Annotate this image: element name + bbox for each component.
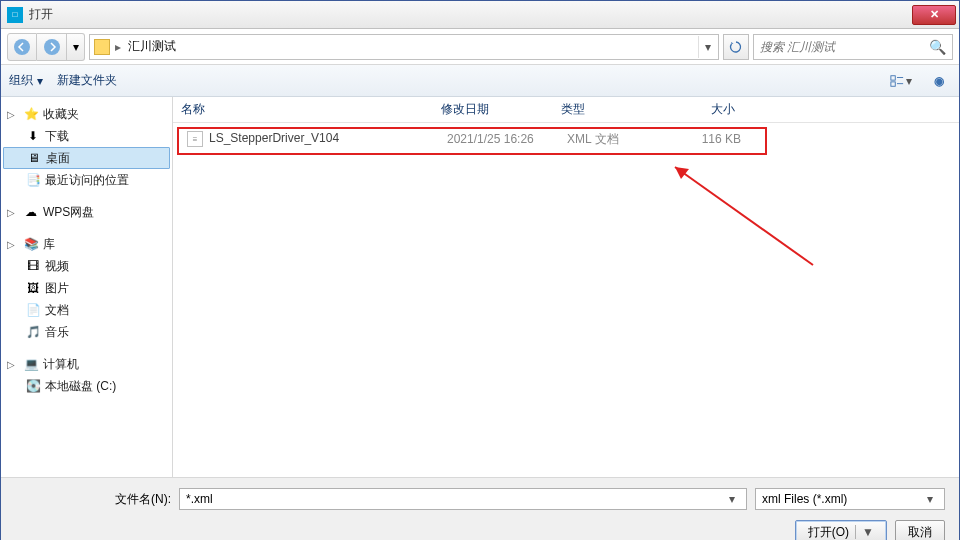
arrow-right-icon: [44, 39, 60, 55]
svg-marker-5: [675, 167, 689, 179]
nav-history: ▾: [7, 33, 85, 61]
organize-menu[interactable]: 组织▾: [9, 72, 43, 89]
sidebar-favorites[interactable]: ▷⭐收藏夹: [3, 103, 170, 125]
cloud-icon: ☁: [23, 204, 39, 220]
search-input[interactable]: [760, 40, 929, 54]
help-button[interactable]: ◉: [927, 70, 951, 92]
refresh-button[interactable]: [723, 34, 749, 60]
filetype-filter[interactable]: xml Files (*.xml) ▾: [755, 488, 945, 510]
expand-icon: ▷: [7, 109, 19, 120]
filename-combo[interactable]: ▾: [179, 488, 747, 510]
svg-rect-1: [891, 81, 895, 85]
search-box[interactable]: 🔍: [753, 34, 953, 60]
search-icon: 🔍: [929, 39, 946, 55]
expand-icon: ▷: [7, 359, 19, 370]
arrow-left-icon: [14, 39, 30, 55]
chevron-down-icon[interactable]: ▾: [724, 492, 740, 506]
view-options-button[interactable]: ▾: [889, 70, 913, 92]
star-icon: ⭐: [23, 106, 39, 122]
filename-input[interactable]: [186, 492, 724, 506]
recent-icon: 📑: [25, 172, 41, 188]
sidebar-item-desktop[interactable]: 🖥桌面: [3, 147, 170, 169]
body: ▷⭐收藏夹 ⬇下载 🖥桌面 📑最近访问的位置 ▷☁WPS网盘 ▷📚库 🎞视频 🖼…: [1, 97, 959, 477]
col-name[interactable]: 名称: [173, 101, 433, 118]
document-icon: 📄: [25, 302, 41, 318]
chevron-down-icon: ▾: [37, 74, 43, 88]
open-button[interactable]: 打开(O)▼: [795, 520, 887, 540]
back-button[interactable]: [7, 33, 37, 61]
close-icon: ✕: [930, 8, 939, 21]
file-list: 名称 修改日期 类型 大小 ≡LS_StepperDriver_V104 202…: [173, 97, 959, 477]
sidebar-item-music[interactable]: 🎵音乐: [3, 321, 170, 343]
window-title: 打开: [29, 6, 912, 23]
disk-icon: 💽: [25, 378, 41, 394]
sidebar-computer[interactable]: ▷💻计算机: [3, 353, 170, 375]
sidebar-libraries[interactable]: ▷📚库: [3, 233, 170, 255]
toolbar: 组织▾ 新建文件夹 ▾ ◉: [1, 65, 959, 97]
sidebar-item-pictures[interactable]: 🖼图片: [3, 277, 170, 299]
folder-icon: [94, 39, 110, 55]
app-icon: □: [7, 7, 23, 23]
svg-rect-0: [891, 75, 895, 79]
chevron-right-icon: ▸: [112, 40, 124, 54]
computer-icon: 💻: [23, 356, 39, 372]
sidebar-wps[interactable]: ▷☁WPS网盘: [3, 201, 170, 223]
view-icon: [890, 74, 904, 88]
sidebar: ▷⭐收藏夹 ⬇下载 🖥桌面 📑最近访问的位置 ▷☁WPS网盘 ▷📚库 🎞视频 🖼…: [1, 97, 173, 477]
col-date[interactable]: 修改日期: [433, 101, 553, 118]
breadcrumb-folder[interactable]: 汇川测试: [124, 38, 180, 55]
column-headers: 名称 修改日期 类型 大小: [173, 97, 959, 123]
sidebar-item-documents[interactable]: 📄文档: [3, 299, 170, 321]
download-icon: ⬇: [25, 128, 41, 144]
picture-icon: 🖼: [25, 280, 41, 296]
breadcrumb-dropdown[interactable]: ▾: [698, 36, 716, 58]
filename-label: 文件名(N):: [101, 491, 171, 508]
col-type[interactable]: 类型: [553, 101, 663, 118]
new-folder-button[interactable]: 新建文件夹: [57, 72, 117, 89]
nav-bar: ▾ ▸ 汇川测试 ▾ 🔍: [1, 29, 959, 65]
annotation-arrow: [663, 155, 823, 275]
svg-line-4: [675, 167, 813, 265]
music-icon: 🎵: [25, 324, 41, 340]
cancel-button[interactable]: 取消: [895, 520, 945, 540]
open-file-dialog: □ 打开 ✕ ▾ ▸ 汇川测试 ▾ 🔍 组织▾ 新: [0, 0, 960, 540]
sidebar-item-downloads[interactable]: ⬇下载: [3, 125, 170, 147]
video-icon: 🎞: [25, 258, 41, 274]
library-icon: 📚: [23, 236, 39, 252]
help-icon: ◉: [934, 74, 944, 88]
sidebar-item-drive-c[interactable]: 💽本地磁盘 (C:): [3, 375, 170, 397]
chevron-down-icon[interactable]: ▾: [922, 492, 938, 506]
sidebar-item-video[interactable]: 🎞视频: [3, 255, 170, 277]
filter-text: xml Files (*.xml): [762, 492, 922, 506]
history-dropdown[interactable]: ▾: [67, 33, 85, 61]
expand-icon: ▷: [7, 207, 19, 218]
annotation-highlight-box: [177, 127, 767, 155]
refresh-icon: [729, 40, 743, 54]
titlebar: □ 打开 ✕: [1, 1, 959, 29]
chevron-down-icon: ▾: [906, 74, 912, 88]
close-button[interactable]: ✕: [912, 5, 956, 25]
desktop-icon: 🖥: [26, 150, 42, 166]
forward-button[interactable]: [37, 33, 67, 61]
expand-icon: ▷: [7, 239, 19, 250]
open-dropdown[interactable]: ▼: [855, 525, 874, 539]
col-size[interactable]: 大小: [663, 101, 743, 118]
sidebar-item-recent[interactable]: 📑最近访问的位置: [3, 169, 170, 191]
bottom-panel: 文件名(N): ▾ xml Files (*.xml) ▾ 打开(O)▼ 取消: [1, 477, 959, 540]
breadcrumb[interactable]: ▸ 汇川测试 ▾: [89, 34, 719, 60]
